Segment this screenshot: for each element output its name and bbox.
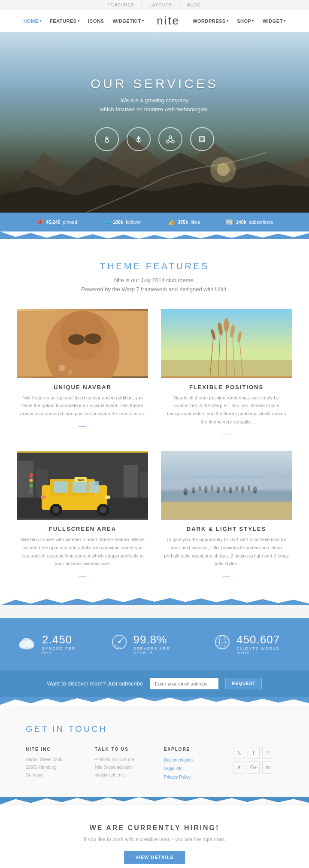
svg-rect-53 xyxy=(105,496,110,499)
theme-features-section: THEME FEATURES Nite is our July 2014 clu… xyxy=(0,239,309,597)
googleplus-social-icon[interactable]: G+ xyxy=(248,761,260,774)
feature-desc-navbar: Nite features an optional fixed navbar a… xyxy=(17,394,148,418)
features-subtitle: Nite is our July 2014 club theme. Powere… xyxy=(17,276,292,294)
linkedin-social-icon[interactable]: in xyxy=(262,761,274,774)
topbar-layouts[interactable]: LAYOUTS xyxy=(149,3,172,7)
feature-card-styles: DARK & LIGHT STYLES To give you the oppo… xyxy=(161,451,292,580)
blue-stat-servers-label: SERVERS ARE STABLE xyxy=(133,646,189,655)
hero-content: OUR SERVICES We are a growing company wh… xyxy=(73,76,236,151)
torn-edge-2 xyxy=(0,597,309,605)
blue-stats-section: 2.450 SYNCED PER DAY 99.8% SERVERS ARE S… xyxy=(0,618,309,670)
feature-card-fullscreen: TAXI FULLSCREEN AREA Nite also comes wit… xyxy=(17,451,148,580)
blue-stat-servers: 99.8% SERVERS ARE STABLE xyxy=(111,633,189,655)
pin-icon: 📌 xyxy=(36,219,43,225)
top-bar: FEATURES | LAYOUTS | BLOG xyxy=(0,0,309,10)
nav-item-widget[interactable]: WIDGET ▾ xyxy=(258,16,290,26)
feature-image-fullscreen: TAXI xyxy=(17,451,148,520)
feature-grid: UNIQUE NAVBAR Nite features an optional … xyxy=(17,309,292,581)
nav-item-features[interactable]: FEATURES ▾ xyxy=(45,16,84,26)
torn-edge-3 xyxy=(0,697,309,705)
contact-section: GET IN TOUCH NITE INC Harbor Street 2280… xyxy=(0,705,309,797)
hero-section: OUR SERVICES We are a growing company wh… xyxy=(0,32,309,213)
svg-point-5 xyxy=(105,139,109,143)
hero-service-icons xyxy=(91,127,218,151)
pinterest-social-icon[interactable]: P xyxy=(262,747,274,759)
xing-social-icon[interactable]: ✗ xyxy=(233,761,245,774)
nav-item-icons[interactable]: ICONS xyxy=(84,16,108,26)
svg-rect-78 xyxy=(278,474,282,490)
svg-text:TAXI: TAXI xyxy=(77,479,84,482)
feature-link-fullscreen[interactable]: — xyxy=(17,571,148,580)
service-icon-4[interactable] xyxy=(190,127,214,151)
blue-stat-clients: 450.607 CLIENTS WORLD WIDE xyxy=(214,633,292,655)
feature-desc-styles: To give you the opportunity to start wit… xyxy=(161,536,292,568)
contact-col-social: 𝕏 f P ✗ G+ in xyxy=(233,747,283,782)
nav-right: WORDPRESS ▾ SHOP ▾ WIDGET ▾ xyxy=(188,16,290,26)
topbar-features[interactable]: FEATURES xyxy=(108,3,134,7)
stat-pinned-number: 45,245 xyxy=(46,219,61,225)
contact-col-address: NITE INC Harbor Street 2280 22656 Hambur… xyxy=(26,747,86,782)
feature-image-positions xyxy=(161,309,292,378)
widget-arrow-icon: ▾ xyxy=(284,19,286,23)
nav-item-home[interactable]: HOME ▾ xyxy=(19,16,46,26)
subscribe-email-input[interactable] xyxy=(150,678,218,689)
nav-item-shop[interactable]: SHOP ▾ xyxy=(233,16,258,26)
contact-link-privacy[interactable]: Privacy Policy xyxy=(164,773,224,782)
contact-address-text: Harbor Street 2280 22656 Hamburg Germany xyxy=(26,756,86,779)
nav-left: HOME ▾ FEATURES ▾ ICONS WIDGETKIT ▾ xyxy=(19,16,148,26)
hiring-subtitle: If you like to work with a creative team… xyxy=(17,836,292,842)
svg-rect-13 xyxy=(201,138,203,140)
features-title: THEME FEATURES xyxy=(17,261,292,272)
hero-title: OUR SERVICES xyxy=(91,76,218,91)
contact-col-title-explore: EXPLORE xyxy=(164,747,224,752)
service-icon-2[interactable] xyxy=(127,127,151,151)
rss-icon: 📰 xyxy=(226,219,233,225)
stats-bar: 📌 45,245 pinned 🐦 180k follower 👍 355k l… xyxy=(0,213,309,231)
svg-point-57 xyxy=(30,479,33,482)
feature-link-styles[interactable]: — xyxy=(161,571,292,580)
site-logo[interactable]: nite xyxy=(157,14,180,27)
nav-item-widgetkit[interactable]: WIDGETKIT ▾ xyxy=(108,16,148,26)
feature-card-navbar: UNIQUE NAVBAR Nite features an optional … xyxy=(17,309,148,439)
social-icons-grid: 𝕏 f P ✗ G+ in xyxy=(233,747,280,774)
svg-point-25 xyxy=(224,318,229,332)
blue-stat-synced-label: SYNCED PER DAY xyxy=(42,646,85,655)
contact-grid: NITE INC Harbor Street 2280 22656 Hambur… xyxy=(26,747,283,782)
svg-rect-12 xyxy=(200,137,205,142)
contact-col-title-nite: NITE INC xyxy=(26,747,86,752)
cloud-icon xyxy=(17,635,36,653)
svg-point-8 xyxy=(172,140,174,143)
nav-item-wordpress[interactable]: WORDPRESS ▾ xyxy=(188,16,233,26)
svg-rect-22 xyxy=(17,311,148,376)
feature-link-positions[interactable]: — xyxy=(161,429,292,438)
topbar-sep2: | xyxy=(179,3,181,7)
hiring-section: WE ARE CURRENTLY HIRING! If you like to … xyxy=(0,804,309,868)
service-icon-3[interactable] xyxy=(158,127,182,151)
topbar-blog[interactable]: BLOG xyxy=(187,3,201,7)
service-icon-1[interactable] xyxy=(95,127,119,151)
subscribe-button[interactable]: REQUEST xyxy=(225,678,262,689)
svg-rect-34 xyxy=(161,360,292,376)
stat-subscribers-label: subscribers xyxy=(249,219,273,225)
feature-link-navbar[interactable]: — xyxy=(17,421,148,430)
contact-link-legal[interactable]: Legal Info xyxy=(164,764,224,773)
feature-card-positions: FLEXIBLE POSITIONS Nearly all theme posi… xyxy=(161,309,292,439)
feature-image-navbar xyxy=(17,309,148,378)
subscribe-text: Want to discover more? Just subscribe xyxy=(47,680,143,687)
facebook-social-icon[interactable]: f xyxy=(248,747,260,759)
contact-col-title-talk: TALK TO US xyxy=(95,747,155,752)
features-arrow-icon: ▾ xyxy=(78,19,80,23)
shop-arrow-icon: ▾ xyxy=(252,19,254,23)
svg-point-4 xyxy=(217,163,230,176)
globe-icon xyxy=(214,634,230,654)
svg-line-9 xyxy=(168,138,169,141)
stat-pinned-label: pinned xyxy=(63,219,77,225)
twitter-social-icon[interactable]: 𝕏 xyxy=(233,747,245,759)
view-details-button[interactable]: VIEW DETAILS xyxy=(124,851,185,864)
svg-point-7 xyxy=(167,140,169,143)
contact-link-docs[interactable]: Documentation xyxy=(164,756,224,764)
feature-title-fullscreen: FULLSCREEN AREA xyxy=(17,526,148,532)
svg-rect-39 xyxy=(140,473,148,502)
svg-point-50 xyxy=(100,507,106,513)
feature-title-navbar: UNIQUE NAVBAR xyxy=(17,384,148,390)
